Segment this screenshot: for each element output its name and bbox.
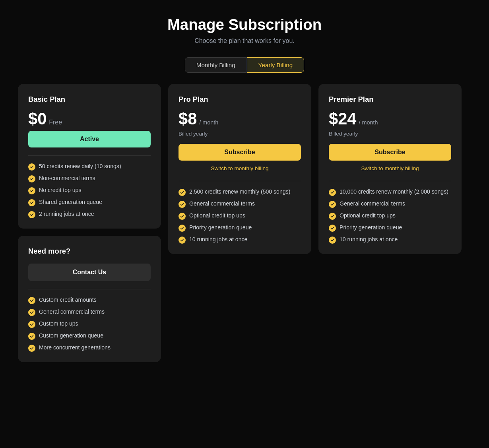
- need-more-features-list: Custom credit amounts General commercial…: [28, 297, 151, 352]
- premier-switch-billing-button[interactable]: Switch to monthly billing: [329, 164, 451, 173]
- pro-price-period: / month: [199, 119, 218, 126]
- premier-plan-card: Premier Plan $24 / month Billed yearly S…: [318, 84, 462, 254]
- check-icon: [179, 201, 186, 208]
- pro-divider: [179, 181, 301, 181]
- basic-features-list: 50 credits renew daily (10 songs) Non-co…: [28, 163, 151, 218]
- check-icon: [28, 333, 35, 340]
- check-icon: [179, 225, 186, 232]
- plans-grid: Basic Plan $0 Free Active 50 credits ren…: [18, 84, 471, 362]
- list-item: General commercial terms: [28, 308, 151, 316]
- basic-divider: [28, 155, 151, 156]
- yearly-billing-btn[interactable]: Yearly Billing: [247, 57, 304, 73]
- contact-us-button[interactable]: Contact Us: [28, 264, 151, 281]
- pro-subscribe-button[interactable]: Subscribe: [179, 144, 301, 161]
- need-more-divider: [28, 289, 151, 289]
- pro-plan-name: Pro Plan: [179, 95, 301, 104]
- list-item: 10 running jobs at once: [329, 236, 451, 244]
- premier-price-period: / month: [359, 119, 378, 126]
- basic-price-amount: $0: [28, 109, 47, 128]
- basic-price-row: $0 Free: [28, 109, 151, 128]
- list-item: Custom top ups: [28, 320, 151, 328]
- billing-toggle: Monthly Billing Yearly Billing: [8, 57, 481, 73]
- pro-plan-card: Pro Plan $8 / month Billed yearly Subscr…: [168, 84, 311, 254]
- list-item: General commercial terms: [329, 200, 451, 208]
- check-icon: [179, 237, 186, 244]
- list-item: Non-commercial terms: [28, 175, 151, 182]
- list-item: 50 credits renew daily (10 songs): [28, 163, 151, 171]
- list-item: Optional credit top ups: [329, 212, 451, 220]
- list-item: Priority generation queue: [329, 224, 451, 232]
- pro-features-list: 2,500 credits renew monthly (500 songs) …: [179, 188, 301, 244]
- check-icon: [28, 345, 35, 352]
- list-item: 10 running jobs at once: [179, 236, 301, 244]
- check-icon: [28, 309, 35, 316]
- check-icon: [28, 211, 35, 218]
- need-more-title: Need more?: [28, 247, 151, 256]
- list-item: Shared generation queue: [28, 199, 151, 206]
- list-item: 2,500 credits renew monthly (500 songs): [179, 188, 301, 196]
- check-icon: [28, 175, 35, 182]
- pro-price-amount: $8: [179, 109, 197, 128]
- basic-active-button[interactable]: Active: [28, 131, 151, 147]
- premier-features-list: 10,000 credits renew monthly (2,000 song…: [329, 188, 451, 244]
- list-item: 10,000 credits renew monthly (2,000 song…: [329, 188, 451, 196]
- list-item: Priority generation queue: [179, 224, 301, 232]
- basic-plan-name: Basic Plan: [28, 95, 151, 104]
- basic-plan-card: Basic Plan $0 Free Active 50 credits ren…: [18, 84, 161, 229]
- pro-switch-billing-button[interactable]: Switch to monthly billing: [179, 164, 301, 173]
- pro-price-row: $8 / month: [179, 109, 301, 128]
- list-item: No credit top ups: [28, 187, 151, 194]
- check-icon: [329, 189, 336, 196]
- list-item: More concurrent generations: [28, 344, 151, 352]
- left-column: Basic Plan $0 Free Active 50 credits ren…: [18, 84, 161, 362]
- check-icon: [28, 297, 35, 304]
- check-icon: [28, 187, 35, 194]
- premier-subscribe-button[interactable]: Subscribe: [329, 144, 451, 161]
- list-item: Custom credit amounts: [28, 297, 151, 304]
- list-item: General commercial terms: [179, 200, 301, 208]
- need-more-card: Need more? Contact Us Custom credit amou…: [18, 236, 161, 362]
- check-icon: [179, 213, 186, 220]
- check-icon: [179, 189, 186, 196]
- check-icon: [28, 163, 35, 171]
- monthly-billing-btn[interactable]: Monthly Billing: [185, 57, 247, 73]
- pro-billed-note: Billed yearly: [179, 131, 301, 137]
- check-icon: [28, 199, 35, 206]
- premier-divider: [329, 181, 451, 181]
- list-item: Custom generation queue: [28, 332, 151, 340]
- check-icon: [329, 237, 336, 244]
- check-icon: [329, 213, 336, 220]
- premier-billed-note: Billed yearly: [329, 131, 451, 137]
- basic-price-free: Free: [49, 119, 62, 126]
- list-item: Optional credit top ups: [179, 212, 301, 220]
- premier-plan-name: Premier Plan: [329, 95, 451, 104]
- check-icon: [329, 225, 336, 232]
- page-subtitle: Choose the plan that works for you.: [8, 37, 481, 45]
- list-item: 2 running jobs at once: [28, 211, 151, 218]
- page-title: Manage Subscription: [8, 16, 481, 33]
- premier-price-amount: $24: [329, 109, 356, 128]
- check-icon: [28, 321, 35, 328]
- check-icon: [329, 201, 336, 208]
- premier-price-row: $24 / month: [329, 109, 451, 128]
